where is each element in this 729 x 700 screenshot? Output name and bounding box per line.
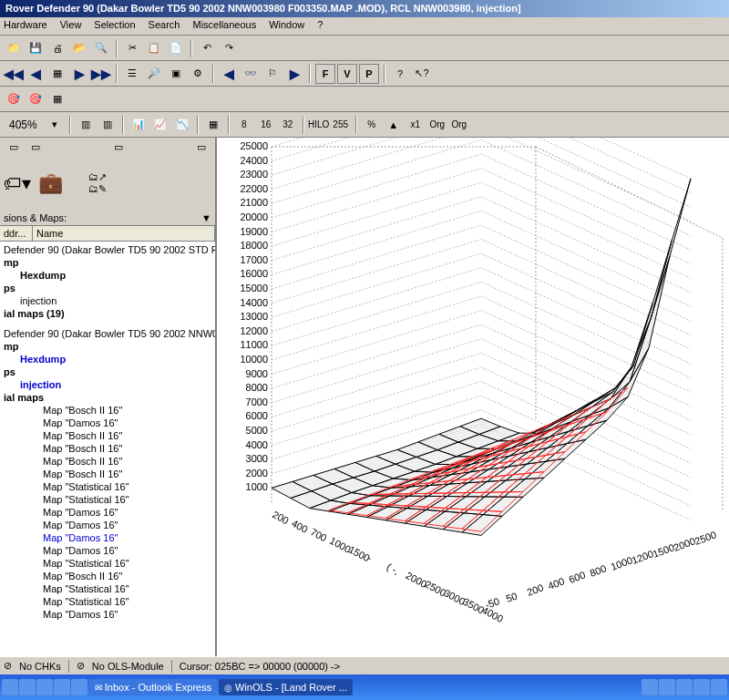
grid2-icon[interactable]: ▦ <box>203 115 223 135</box>
menu-view[interactable]: View <box>60 19 82 33</box>
tree-project2[interactable]: Defender 90 (Dakar Bowler TD5 90 2002 NN… <box>2 327 213 340</box>
menu-misc[interactable]: Miscellaneous <box>192 19 256 33</box>
tree-map-item[interactable]: Map "Bosch II 16" <box>2 442 213 455</box>
tree-map-item[interactable]: Map "Statistical 16" <box>2 493 213 506</box>
briefcase-icon[interactable]: 💼 <box>38 171 63 195</box>
tree-map-item[interactable]: Map "Damos 16" <box>2 506 213 519</box>
tray-icon-1[interactable] <box>642 679 658 695</box>
tree-ialmaps2[interactable]: ial maps <box>2 391 213 404</box>
tree-ps1[interactable]: ps <box>2 282 213 294</box>
tree-map-item[interactable]: Map "Statistical 16" <box>2 480 213 493</box>
panel-btn1[interactable]: ▭ <box>4 138 24 157</box>
bit16-button[interactable]: 16 <box>256 115 276 135</box>
tree-map-item[interactable]: Map "Bosch II 16" <box>2 429 213 442</box>
print-icon[interactable]: 🖨 <box>47 38 67 58</box>
tree-injection1[interactable]: injection <box>2 294 213 307</box>
bars1-icon[interactable]: ▥ <box>76 115 96 135</box>
tree-map-item[interactable]: Map "Bosch II 16" <box>2 404 213 417</box>
tree-project1[interactable]: Defender 90 (Dakar Bowler TD5 90 2002 ST… <box>2 243 213 256</box>
chart3-icon[interactable]: 📉 <box>172 115 192 135</box>
v-button[interactable]: V <box>337 64 357 84</box>
marker2-icon[interactable]: 🎯 <box>26 89 46 109</box>
tree-map-item[interactable]: Map "Damos 16" <box>2 519 213 531</box>
ql-icon-4[interactable] <box>54 679 70 695</box>
ql-icon-2[interactable] <box>19 679 36 695</box>
menu-selection[interactable]: Selection <box>94 19 135 33</box>
tree-map-item[interactable]: Map "Statistical 16" <box>2 582 213 595</box>
panel-btn2[interactable]: ▭ <box>26 138 46 157</box>
tree-map-item[interactable]: Map "Damos 16" <box>2 531 213 544</box>
taskbar-winols[interactable]: ◎ WinOLS - [Land Rover ... <box>219 679 353 695</box>
tool-icon[interactable]: ⚙ <box>188 64 208 84</box>
tree-ps2[interactable]: ps <box>2 365 213 378</box>
chart2-icon[interactable]: 📈 <box>150 115 170 135</box>
tree-injection2[interactable]: injection <box>2 378 213 391</box>
zoom-dropdown-icon[interactable]: ▾ <box>45 115 65 135</box>
new-map-icon[interactable]: 🗂↗ <box>88 171 107 183</box>
undo-icon[interactable]: ↶ <box>197 38 217 58</box>
x1-button[interactable]: x1 <box>406 115 426 135</box>
open-icon[interactable]: 📁 <box>4 38 24 58</box>
taskbar-outlook[interactable]: ✉ Inbox - Outlook Express <box>89 679 217 695</box>
tree-map-item[interactable]: Map "Damos 16" <box>2 544 213 557</box>
bookmark-icon[interactable]: ▣ <box>166 64 186 84</box>
bars2-icon[interactable]: ▥ <box>98 115 118 135</box>
nav-first-icon[interactable]: ◀◀ <box>4 64 24 84</box>
nav-prev-icon[interactable]: ◀ <box>26 64 46 84</box>
forward-icon[interactable]: ▶ <box>284 64 304 84</box>
ql-icon-1[interactable] <box>2 679 18 695</box>
org2-button[interactable]: Org <box>449 115 469 135</box>
hash-icon[interactable]: ▦ <box>47 89 67 109</box>
triangle-icon[interactable]: ▲ <box>384 115 404 135</box>
menu-search[interactable]: Search <box>149 19 180 33</box>
org1-button[interactable]: Org <box>427 115 447 135</box>
tree-hexdump1[interactable]: Hexdump <box>2 269 213 282</box>
tray-icon-4[interactable] <box>693 679 710 695</box>
f-button[interactable]: F <box>315 64 335 84</box>
dropdown-icon[interactable]: ▼ <box>201 212 211 223</box>
binoculars-icon[interactable]: 👓 <box>241 64 261 84</box>
tree-map-item[interactable]: Map "Damos 16" <box>2 417 213 429</box>
ql-icon-3[interactable] <box>36 679 53 695</box>
tree-map-item[interactable]: Map "Bosch II 16" <box>2 468 213 480</box>
tree-mp1[interactable]: mp <box>2 256 213 269</box>
tray-icon-5[interactable] <box>711 679 727 695</box>
tree-hexdump2[interactable]: Hexdump <box>2 353 213 365</box>
col-addr[interactable]: ddr... <box>0 226 33 241</box>
bit32-button[interactable]: 32 <box>278 115 298 135</box>
marker1-icon[interactable]: 🎯 <box>4 89 24 109</box>
bit8-button[interactable]: 8 <box>234 115 254 135</box>
tray-icon-2[interactable] <box>659 679 675 695</box>
tree-map-item[interactable]: Map "Bosch II 16" <box>2 570 213 582</box>
zoom-value[interactable]: 405% <box>4 118 43 131</box>
p-button[interactable]: P <box>359 64 379 84</box>
redo-icon[interactable]: ↷ <box>219 38 239 58</box>
tree-map-item[interactable]: Map "Bosch II 16" <box>2 455 213 468</box>
tree-mp2[interactable]: mp <box>2 340 213 353</box>
help-icon[interactable]: ? <box>390 64 410 84</box>
copy-icon[interactable]: 📋 <box>144 38 164 58</box>
chart1-icon[interactable]: 📊 <box>128 115 149 135</box>
find-icon[interactable]: 🔎 <box>144 64 164 84</box>
paste-icon[interactable]: 📄 <box>166 38 186 58</box>
chart-area[interactable]: 1000200030004000500060007000800090001000… <box>217 138 729 699</box>
cut-icon[interactable]: ✂ <box>122 38 142 58</box>
hilo-button[interactable]: HILO <box>309 115 329 135</box>
ff255-button[interactable]: 255 <box>331 115 351 135</box>
tree-map-item[interactable]: Map "Damos 16" <box>2 608 213 621</box>
tree-map-item[interactable]: Map "Statistical 16" <box>2 557 213 570</box>
back-icon[interactable]: ◀ <box>219 64 239 84</box>
tag-icon[interactable]: 🏷▾ <box>4 172 31 194</box>
col-name[interactable]: Name <box>33 226 215 241</box>
tray-icon-3[interactable] <box>676 679 693 695</box>
panel-btn4[interactable]: ▭ <box>191 138 211 157</box>
panel-btn3[interactable]: ▭ <box>108 138 128 157</box>
menu-help[interactable]: ? <box>317 19 323 33</box>
ql-icon-5[interactable] <box>71 679 87 695</box>
search-icon[interactable]: 🔍 <box>91 38 111 58</box>
save-icon[interactable]: 💾 <box>26 38 46 58</box>
menu-hardware[interactable]: Hardware <box>4 19 47 33</box>
nav-last-icon[interactable]: ▶▶ <box>91 64 111 84</box>
nav-next-icon[interactable]: ▶ <box>69 64 89 84</box>
grid-icon[interactable]: ▦ <box>47 64 67 84</box>
